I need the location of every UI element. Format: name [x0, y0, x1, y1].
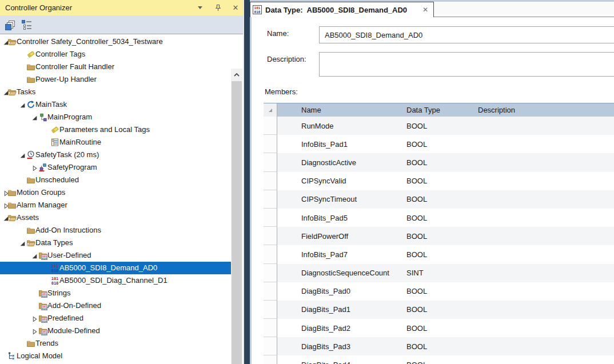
folder-open-icon [7, 213, 17, 222]
tree-item-tasks[interactable]: Tasks [0, 86, 231, 98]
member-type-cell[interactable]: BOOL [402, 140, 473, 149]
member-type-cell[interactable]: BOOL [402, 342, 473, 351]
member-type-cell[interactable]: SINT [402, 269, 473, 277]
row-selector-cell[interactable] [264, 245, 277, 263]
folder-icon [26, 75, 35, 84]
tree-item-controller-fault-handler[interactable]: Controller Fault Handler [0, 61, 231, 73]
row-selector-cell[interactable] [264, 282, 277, 301]
expander-collapsed-icon[interactable] [31, 326, 38, 333]
tree-scrollbar[interactable] [231, 69, 242, 364]
member-name-cell[interactable]: DiagnosticActive [277, 158, 402, 167]
tree-item-power-up-handler[interactable]: Power-Up Handler [0, 73, 231, 86]
row-selector-cell[interactable] [264, 319, 277, 337]
member-name-cell[interactable]: InfoBits_Pad7 [277, 250, 402, 259]
tab-data-type[interactable]: 101 010 Data Type: AB5000_SDI8_Demand_AD… [250, 2, 434, 17]
table-corner-cell[interactable] [264, 103, 277, 117]
tree-item-add-on-instructions[interactable]: Add-On Instructions [0, 224, 231, 237]
expander-expanded-icon[interactable] [19, 100, 26, 107]
row-selector-cell[interactable] [264, 337, 277, 355]
member-name-cell[interactable]: DiagBits_Pad4 [277, 361, 402, 364]
tree-item-controller-safety-controller-5034-testware[interactable]: Controller Safety_Controller_5034_Testwa… [0, 35, 231, 48]
tree-item-ab5000-sdi-diag-channel-d1[interactable]: 101010AB5000_SDI_Diag_Channel_D1 [0, 274, 231, 287]
member-name-cell[interactable]: DiagBits_Pad1 [277, 305, 402, 314]
row-selector-cell[interactable] [264, 301, 277, 319]
member-type-cell[interactable]: BOOL [402, 305, 473, 314]
controller-organizer-titlebar[interactable]: Controller Organizer ✕ [0, 0, 243, 15]
organizer-view-button[interactable] [21, 19, 33, 31]
name-input[interactable] [319, 26, 614, 43]
member-name-cell[interactable]: DiagBits_Pad0 [277, 287, 402, 295]
member-type-cell[interactable]: BOOL [402, 324, 473, 333]
scroll-up-button[interactable] [231, 69, 242, 81]
tree-item-maintask[interactable]: MainTask [0, 98, 231, 111]
member-type-cell[interactable]: BOOL [402, 195, 473, 203]
row-selector-cell[interactable] [264, 190, 277, 209]
tree-item-unscheduled[interactable]: Unscheduled [0, 174, 231, 186]
tag-icon [26, 50, 35, 59]
close-panel-button[interactable]: ✕ [230, 3, 241, 13]
row-selector-cell[interactable] [264, 117, 277, 135]
tree-item-user-defined[interactable]: 101010User-Defined [0, 249, 231, 262]
member-type-cell[interactable]: BOOL [402, 122, 473, 130]
tree-item-predefined[interactable]: 101010Predefined [0, 312, 231, 325]
member-type-cell[interactable]: BOOL [402, 361, 473, 364]
member-type-cell[interactable]: BOOL [402, 214, 473, 222]
tree-item-logical-model[interactable]: Logical Model [0, 350, 231, 362]
row-selector-cell[interactable] [264, 227, 277, 245]
window-position-button[interactable] [195, 3, 205, 13]
row-selector-cell[interactable] [264, 135, 277, 153]
member-name-cell[interactable]: InfoBits_Pad5 [277, 214, 402, 222]
expander-expanded-icon[interactable] [31, 251, 38, 258]
panel-splitter[interactable] [243, 0, 250, 364]
tree-item-label: Trends [35, 337, 58, 350]
tree-item-assets[interactable]: Assets [0, 211, 231, 224]
member-type-cell[interactable]: BOOL [402, 177, 473, 185]
member-name-cell[interactable]: DiagnosticSequenceCount [277, 269, 402, 277]
scrollbar-thumb[interactable] [232, 81, 242, 364]
member-name-cell[interactable]: DiagBits_Pad2 [277, 324, 402, 333]
member-type-cell[interactable]: BOOL [402, 287, 473, 295]
pin-button[interactable] [213, 3, 223, 13]
row-selector-cell[interactable] [264, 209, 277, 227]
member-name-cell[interactable]: CIPSyncValid [277, 177, 402, 185]
row-selector-cell[interactable] [264, 264, 277, 282]
member-type-cell[interactable]: BOOL [402, 250, 473, 259]
expander-expanded-icon[interactable] [19, 150, 26, 157]
stacked-windows-button[interactable] [4, 19, 17, 31]
tree-item-safetytask-20-ms-[interactable]: SafetyTask (20 ms) [0, 149, 231, 161]
member-row-infobits_pad1: InfoBits_Pad1BOOL [264, 135, 614, 153]
tree-item-mainroutine[interactable]: 1MainRoutine [0, 136, 231, 149]
tree-item-add-on-defined[interactable]: 101010Add-On-Defined [0, 299, 231, 312]
tree-item-label: Strings [47, 287, 70, 299]
member-name-cell[interactable]: DiagBits_Pad3 [277, 342, 402, 351]
tree-item-ab5000-sdi8-demand-ad0[interactable]: 101010AB5000_SDI8_Demand_AD0 [0, 262, 231, 274]
description-input[interactable] [319, 52, 614, 77]
row-selector-cell[interactable] [264, 153, 277, 171]
row-selector-cell[interactable] [264, 355, 277, 364]
member-row-cells: DiagBits_Pad1BOOL [277, 301, 614, 319]
member-name-cell[interactable]: CIPSyncTimeout [277, 195, 402, 203]
tree-item-data-types[interactable]: Data Types [0, 237, 231, 249]
member-type-cell[interactable]: BOOL [402, 158, 473, 167]
tree-item-strings[interactable]: 101010Strings [0, 287, 231, 299]
tree-item-mainprogram[interactable]: MainProgram [0, 111, 231, 123]
tree-item-module-defined[interactable]: 101010Module-Defined [0, 325, 231, 337]
row-selector-cell[interactable] [264, 172, 277, 190]
tree-item-label: Data Types [35, 237, 73, 249]
tree-item-controller-tags[interactable]: Controller Tags [0, 48, 231, 61]
tree-item-motion-groups[interactable]: Motion Groups [0, 186, 231, 199]
member-type-cell[interactable]: BOOL [402, 232, 473, 241]
tree-item-parameters-and-local-tags[interactable]: Parameters and Local Tags [0, 123, 231, 136]
member-name-cell[interactable]: FieldPowerOff [277, 232, 402, 241]
expander-collapsed-icon[interactable] [31, 314, 38, 321]
member-name-cell[interactable]: RunMode [277, 122, 402, 130]
member-name-cell[interactable]: InfoBits_Pad1 [277, 140, 402, 149]
tree-item-safetyprogram[interactable]: SafetyProgram [0, 161, 231, 174]
expander-expanded-icon[interactable] [19, 238, 26, 245]
tree-item-alarm-manager[interactable]: Alarm Manager [0, 199, 231, 211]
expander-expanded-icon[interactable] [31, 113, 38, 119]
tree-item-trends[interactable]: Trends [0, 337, 231, 350]
expander-collapsed-icon[interactable] [31, 163, 38, 170]
tree-item-label: MainProgram [47, 111, 92, 123]
tab-close-button[interactable]: ✕ [422, 6, 428, 14]
